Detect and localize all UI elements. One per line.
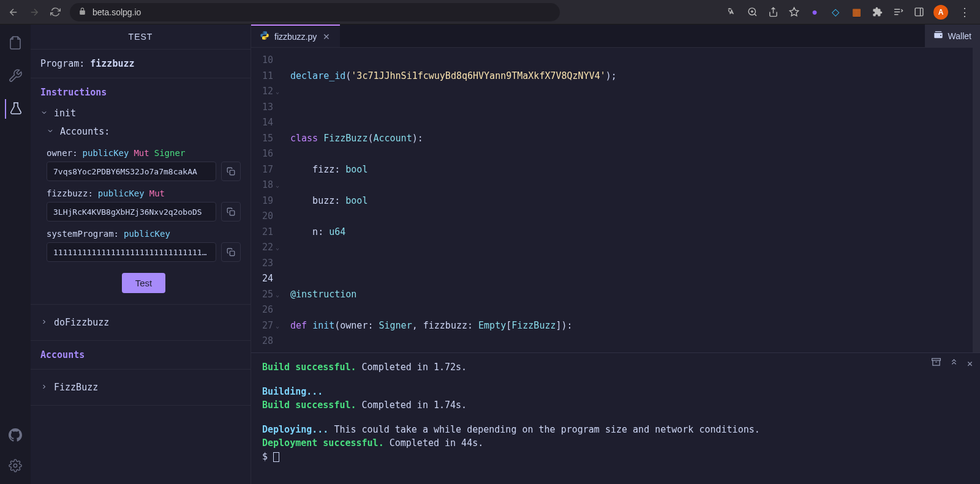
panel-icon[interactable] <box>913 6 925 18</box>
playlist-icon[interactable] <box>892 6 904 18</box>
wallet-icon <box>933 30 943 42</box>
account-label: FizzBuzz <box>54 382 98 393</box>
owner-row: owner: publicKey Mut Signer <box>47 148 241 158</box>
wallet-button[interactable]: Wallet <box>925 24 980 47</box>
editor-area: fizzbuzz.py ✕ Wallet 101112⌄13141516 171… <box>251 24 980 484</box>
url-bar[interactable]: beta.solpg.io <box>70 3 560 21</box>
wallet-label: Wallet <box>948 31 971 41</box>
collapse-icon[interactable] <box>949 357 959 370</box>
svg-point-2 <box>13 464 17 467</box>
owner-input[interactable] <box>47 162 216 181</box>
system-row: systemProgram: publicKey <box>47 229 241 239</box>
build-icon[interactable] <box>6 66 25 86</box>
instruction-dofizzbuzz[interactable]: doFizzbuzz <box>40 313 241 332</box>
fizzbuzz-input[interactable] <box>47 202 216 222</box>
ext2-icon[interactable]: ◇ <box>829 6 842 18</box>
panel-title: TEST <box>31 24 251 50</box>
svg-rect-4 <box>230 210 235 215</box>
forward-button[interactable] <box>28 6 40 18</box>
chevron-right-icon <box>40 382 49 393</box>
lock-icon <box>78 7 86 17</box>
test-button[interactable]: Test <box>122 273 166 293</box>
terminal-actions: ✕ <box>932 357 973 370</box>
python-icon <box>260 31 270 42</box>
line-gutter: 101112⌄13141516 1718⌄19202122⌄ 232425⌄26… <box>251 48 281 352</box>
ext3-icon[interactable]: ▦ <box>850 6 862 18</box>
accounts-label: Accounts: <box>60 126 110 137</box>
svg-rect-1 <box>915 8 923 16</box>
close-icon[interactable]: ✕ <box>322 31 331 43</box>
menu-icon[interactable]: ⋮ <box>957 6 973 19</box>
instruction-label: doFizzbuzz <box>54 317 109 328</box>
instructions-heading: Instructions <box>40 87 241 98</box>
fizzbuzz-row: fizzbuzz: publicKey Mut <box>47 188 241 198</box>
translate-icon[interactable] <box>725 6 737 18</box>
profile-avatar[interactable]: A <box>933 5 948 20</box>
chevron-right-icon <box>40 317 49 328</box>
test-icon[interactable] <box>5 99 24 119</box>
extensions-icon[interactable] <box>871 6 883 18</box>
accounts-heading: Accounts <box>40 349 241 360</box>
cursor <box>273 452 279 462</box>
reload-button[interactable] <box>49 6 61 18</box>
tab-fizzbuzz[interactable]: fizzbuzz.py ✕ <box>251 24 340 47</box>
accounts-toggle[interactable]: Accounts: <box>47 122 241 141</box>
back-button[interactable] <box>7 6 20 18</box>
github-icon[interactable] <box>6 425 25 445</box>
instruction-init[interactable]: init <box>40 104 241 122</box>
bookmark-icon[interactable] <box>788 6 800 18</box>
chevron-down-icon <box>47 126 55 137</box>
archive-icon[interactable] <box>932 357 941 370</box>
code-editor[interactable]: 101112⌄13141516 1718⌄19202122⌄ 232425⌄26… <box>251 48 980 352</box>
chevron-down-icon <box>40 108 49 119</box>
svg-rect-3 <box>230 170 235 175</box>
account-fizzbuzz[interactable]: FizzBuzz <box>40 378 241 397</box>
activity-bar <box>0 24 31 484</box>
close-icon[interactable]: ✕ <box>967 357 973 370</box>
browser-toolbar: beta.solpg.io ● ◇ ▦ A ⋮ <box>0 0 980 24</box>
zoom-icon[interactable] <box>746 6 758 18</box>
copy-button[interactable] <box>221 242 241 262</box>
share-icon[interactable] <box>767 6 779 18</box>
program-label: Program: fizzbuzz <box>40 58 241 69</box>
tab-label: fizzbuzz.py <box>274 32 317 42</box>
code-content[interactable]: declare_id('3c71JJhnSi1fcwuyBd8q6HVYann9… <box>281 48 973 352</box>
terminal[interactable]: ✕ Build successful. Completed in 1.72s. … <box>251 352 980 484</box>
tab-bar: fizzbuzz.py ✕ Wallet <box>251 24 980 48</box>
scrollbar[interactable] <box>973 48 980 352</box>
system-input[interactable] <box>47 242 216 262</box>
copy-button[interactable] <box>221 162 241 181</box>
copy-button[interactable] <box>221 202 241 222</box>
instruction-label: init <box>54 108 76 119</box>
ext1-icon[interactable]: ● <box>809 6 821 18</box>
url-text: beta.solpg.io <box>92 7 141 17</box>
test-panel: TEST Program: fizzbuzz Instructions init <box>31 24 251 484</box>
svg-rect-5 <box>230 251 235 256</box>
explorer-icon[interactable] <box>6 33 25 53</box>
settings-icon[interactable] <box>6 456 25 475</box>
